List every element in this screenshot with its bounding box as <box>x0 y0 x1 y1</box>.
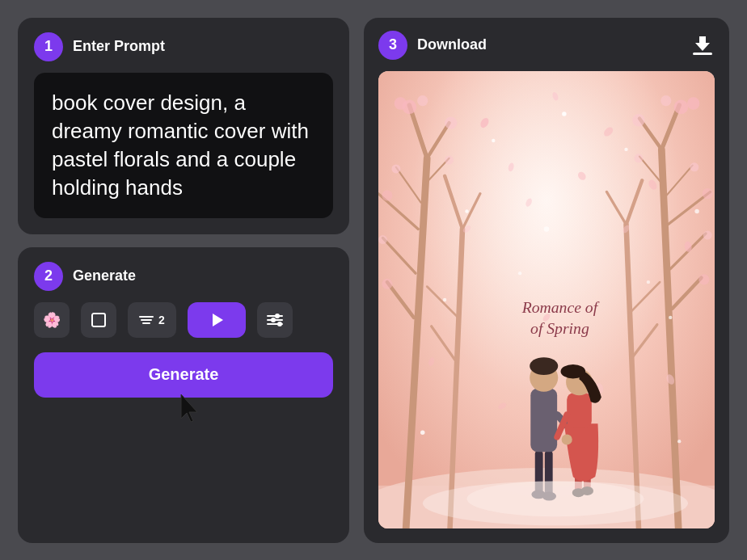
step1-header: 1 Enter Prompt <box>34 32 333 61</box>
generate-section: 2 Generate 🌸 <box>18 247 349 543</box>
svg-point-36 <box>417 95 428 106</box>
svg-point-86 <box>530 357 558 375</box>
svg-point-100 <box>423 481 688 525</box>
step2-badge: 2 <box>34 262 63 291</box>
aspect-ratio-button[interactable] <box>81 302 116 338</box>
svg-point-72 <box>694 208 698 213</box>
svg-marker-2 <box>181 394 197 422</box>
sliders-button[interactable] <box>257 302 293 338</box>
layers-icon <box>139 316 154 324</box>
svg-point-50 <box>698 274 709 284</box>
prompt-text[interactable]: book cover design, a dreamy romantic cov… <box>52 89 315 202</box>
app-container: 1 Enter Prompt book cover design, a drea… <box>10 10 737 551</box>
svg-point-79 <box>647 280 650 283</box>
svg-text:of Spring: of Spring <box>530 318 589 336</box>
svg-point-45 <box>660 95 671 106</box>
step2-header: 2 Generate <box>34 262 333 291</box>
generate-button-label: Generate <box>149 365 219 384</box>
svg-point-69 <box>562 112 566 116</box>
svg-point-75 <box>420 430 424 434</box>
cursor-icon <box>178 393 200 423</box>
step1-title: Enter Prompt <box>73 38 165 55</box>
sliders-icon <box>267 315 283 325</box>
svg-rect-3 <box>693 53 712 55</box>
svg-point-49 <box>703 230 712 239</box>
svg-point-94 <box>561 364 586 378</box>
play-icon <box>208 311 226 329</box>
layers-count: 2 <box>158 314 165 326</box>
step3-header: 3 Download <box>378 31 715 60</box>
svg-point-73 <box>518 271 521 274</box>
svg-point-46 <box>687 97 699 109</box>
svg-point-51 <box>690 162 698 171</box>
svg-point-96 <box>562 434 572 444</box>
step3-title: Download <box>417 36 487 53</box>
step2-title: Generate <box>73 267 136 284</box>
svg-point-78 <box>443 297 446 301</box>
download-icon <box>690 33 715 57</box>
svg-point-77 <box>544 226 550 232</box>
svg-rect-0 <box>92 314 105 326</box>
svg-point-38 <box>445 116 457 128</box>
svg-point-68 <box>492 138 495 141</box>
svg-point-76 <box>677 439 681 442</box>
svg-point-42 <box>391 164 400 173</box>
svg-marker-4 <box>695 36 710 51</box>
left-panel: 1 Enter Prompt book cover design, a drea… <box>18 18 349 543</box>
square-icon <box>91 312 107 328</box>
step1-badge: 1 <box>34 32 63 61</box>
flower-icon: 🌸 <box>43 311 61 329</box>
svg-marker-1 <box>213 314 223 326</box>
svg-point-39 <box>382 190 392 200</box>
download-button[interactable] <box>690 33 715 57</box>
svg-point-47 <box>632 114 644 126</box>
generate-toolbar: 🌸 2 <box>34 302 333 338</box>
flower-button[interactable]: 🌸 <box>34 302 70 338</box>
svg-rect-84 <box>530 388 557 452</box>
enter-prompt-section: 1 Enter Prompt book cover design, a drea… <box>18 18 349 234</box>
step3-badge: 3 <box>378 31 407 60</box>
svg-point-52 <box>634 154 643 162</box>
svg-point-37 <box>395 97 407 109</box>
layers-button[interactable]: 2 <box>128 302 176 338</box>
right-panel: 3 Download <box>364 18 729 543</box>
svg-point-40 <box>378 235 387 244</box>
prompt-card[interactable]: book cover design, a dreamy romantic cov… <box>34 73 333 218</box>
svg-point-74 <box>669 315 672 318</box>
svg-rect-92 <box>567 392 592 427</box>
svg-point-44 <box>674 99 689 114</box>
svg-point-71 <box>465 209 468 213</box>
play-button[interactable] <box>188 302 246 338</box>
book-cover-svg: Romance of of Spring <box>378 71 715 528</box>
svg-text:Romance of: Romance of <box>521 298 600 316</box>
book-cover-container: Romance of of Spring <box>378 71 715 528</box>
svg-point-70 <box>624 147 627 150</box>
step3-header-left: 3 Download <box>378 31 487 60</box>
generate-btn-wrapper: Generate <box>34 352 333 398</box>
svg-point-48 <box>703 188 713 199</box>
svg-point-43 <box>445 155 454 164</box>
svg-point-41 <box>382 278 392 288</box>
generate-main-button[interactable]: Generate <box>34 352 333 398</box>
